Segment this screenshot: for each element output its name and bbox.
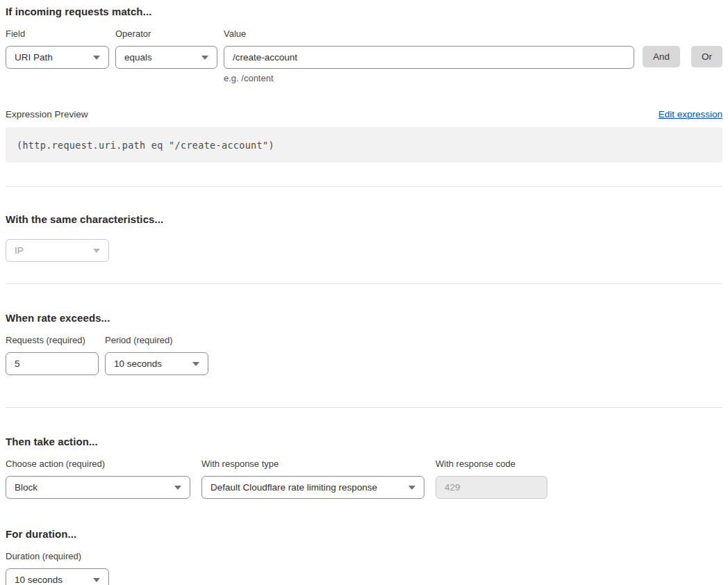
field-label: Field	[6, 28, 109, 39]
chevron-down-icon	[93, 249, 100, 253]
and-button[interactable]: And	[643, 46, 680, 67]
choose-action-select-value: Block	[15, 482, 38, 493]
value-label: Value	[224, 28, 634, 39]
chevron-down-icon	[192, 362, 199, 366]
chevron-down-icon	[201, 56, 208, 60]
operator-select-value: equals	[124, 52, 152, 63]
requests-input[interactable]	[6, 352, 99, 375]
response-type-column: With response type Default Cloudflare ra…	[201, 459, 424, 499]
characteristic-select-value: IP	[15, 245, 24, 256]
period-select[interactable]: 10 seconds	[105, 352, 208, 375]
section-rate: When rate exceeds... Requests (required)…	[6, 312, 722, 375]
rate-row: Requests (required) Period (required) 10…	[6, 335, 722, 375]
duration-label: Duration (required)	[6, 551, 109, 561]
operator-column: Operator equals	[115, 28, 217, 69]
response-code-column: With response code	[436, 459, 547, 499]
section-action: Then take action... Choose action (requi…	[6, 436, 722, 499]
expression-preview-label: Expression Preview	[6, 109, 88, 120]
characteristics-heading: With the same characteristics...	[6, 213, 722, 225]
duration-heading: For duration...	[6, 528, 722, 540]
value-input[interactable]	[224, 46, 634, 69]
expression-code-text: (http.request.uri.path eq "/create-accou…	[17, 140, 274, 151]
chevron-down-icon	[93, 56, 100, 60]
section-incoming-requests: If incoming requests match... Field URI …	[6, 6, 722, 163]
value-hint: e.g. /content	[224, 73, 634, 83]
response-type-select[interactable]: Default Cloudflare rate limiting respons…	[201, 476, 424, 499]
period-select-value: 10 seconds	[114, 359, 162, 369]
match-rule-row: Field URI Path Operator equals Value e.g…	[6, 28, 722, 83]
requests-column: Requests (required)	[6, 335, 99, 375]
period-label: Period (required)	[105, 335, 208, 345]
section-characteristics: With the same characteristics... IP	[6, 213, 722, 262]
edit-expression-link[interactable]: Edit expression	[659, 109, 722, 120]
section-divider	[6, 283, 722, 284]
chevron-down-icon	[93, 578, 100, 582]
duration-select-value: 10 seconds	[15, 575, 63, 585]
response-type-select-value: Default Cloudflare rate limiting respons…	[210, 482, 377, 493]
chevron-down-icon	[408, 486, 415, 490]
rate-heading: When rate exceeds...	[6, 312, 722, 324]
section-divider	[6, 407, 722, 408]
field-column: Field URI Path	[6, 28, 109, 69]
choose-action-label: Choose action (required)	[6, 459, 190, 469]
characteristic-select: IP	[6, 239, 109, 262]
choose-action-select[interactable]: Block	[6, 476, 190, 499]
expression-preview-box: (http.request.uri.path eq "/create-accou…	[6, 127, 722, 163]
operator-select[interactable]: equals	[115, 46, 217, 69]
choose-action-column: Choose action (required) Block	[6, 459, 190, 499]
chevron-down-icon	[174, 486, 181, 490]
logic-buttons: And Or	[643, 28, 722, 67]
field-select-value: URI Path	[15, 52, 53, 63]
response-code-input	[436, 476, 547, 499]
expression-preview-header: Expression Preview Edit expression	[6, 109, 722, 120]
value-column: Value e.g. /content	[224, 28, 634, 83]
response-type-label: With response type	[201, 459, 424, 469]
incoming-requests-heading: If incoming requests match...	[6, 6, 722, 17]
operator-label: Operator	[115, 28, 217, 39]
response-code-label: With response code	[436, 459, 547, 469]
action-row: Choose action (required) Block With resp…	[6, 459, 722, 499]
requests-label: Requests (required)	[6, 335, 99, 345]
duration-select[interactable]: 10 seconds	[6, 568, 109, 585]
section-duration: For duration... Duration (required) 10 s…	[6, 528, 722, 585]
duration-column: Duration (required) 10 seconds	[6, 551, 109, 585]
or-button[interactable]: Or	[691, 46, 722, 67]
rate-limiting-rule-form: If incoming requests match... Field URI …	[6, 6, 722, 585]
period-column: Period (required) 10 seconds	[105, 335, 208, 375]
field-select[interactable]: URI Path	[6, 46, 109, 69]
action-heading: Then take action...	[6, 436, 722, 447]
section-divider	[6, 186, 722, 187]
